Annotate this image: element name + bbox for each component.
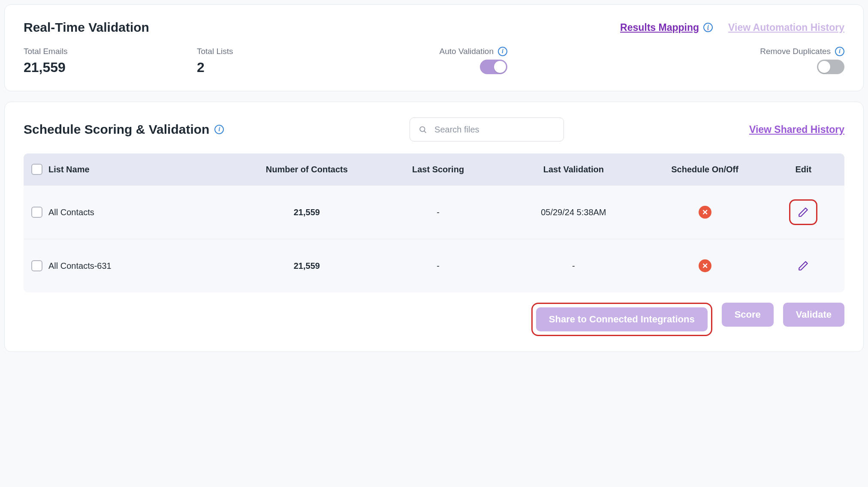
stats-row: Total Emails 21,559 Total Lists 2 Auto V… — [24, 47, 844, 75]
schedule-table: List Name Number of Contacts Last Scorin… — [24, 153, 844, 292]
row-contacts: 21,559 — [237, 239, 377, 293]
stat-remove-duplicates-label: Remove Duplicates i — [760, 47, 844, 56]
schedule-header: Schedule Scoring & Validation i View Sha… — [24, 117, 844, 141]
realtime-links: Results Mapping i View Automation Histor… — [620, 22, 844, 33]
share-button[interactable]: Share to Connected Integrations — [536, 307, 708, 331]
edit-button[interactable] — [789, 199, 817, 225]
col-edit: Edit — [763, 153, 844, 186]
stat-remove-duplicates: Remove Duplicates i — [518, 47, 844, 74]
row-checkbox[interactable] — [31, 260, 42, 271]
automation-history-link[interactable]: View Automation History — [728, 22, 844, 33]
stat-total-emails-value: 21,559 — [24, 60, 187, 75]
row-name: All Contacts — [48, 207, 94, 217]
edit-button[interactable] — [789, 253, 817, 279]
auto-validation-toggle[interactable] — [480, 60, 507, 74]
info-icon[interactable]: i — [835, 47, 844, 56]
col-num-contacts: Number of Contacts — [237, 153, 377, 186]
score-button[interactable]: Score — [722, 303, 774, 327]
search-input[interactable] — [434, 125, 555, 135]
col-list-name: List Name — [48, 165, 90, 174]
schedule-off-icon[interactable]: ✕ — [699, 206, 711, 219]
row-last-validation: 05/29/24 5:38AM — [500, 186, 648, 239]
row-contacts: 21,559 — [237, 186, 377, 239]
remove-duplicates-toggle[interactable] — [817, 60, 844, 74]
schedule-title: Schedule Scoring & Validation i — [24, 122, 224, 137]
share-button-highlight: Share to Connected Integrations — [531, 303, 712, 336]
results-mapping-link[interactable]: Results Mapping i — [620, 22, 713, 33]
info-icon[interactable]: i — [498, 47, 507, 56]
results-mapping-label: Results Mapping — [620, 22, 699, 33]
stat-auto-validation-label: Auto Validation i — [440, 47, 507, 56]
row-last-scoring: - — [377, 239, 500, 293]
view-shared-history-link[interactable]: View Shared History — [749, 124, 844, 135]
select-all-checkbox[interactable] — [31, 164, 42, 175]
row-last-scoring: - — [377, 186, 500, 239]
stat-total-lists-value: 2 — [197, 60, 343, 75]
stat-total-lists: Total Lists 2 — [197, 47, 343, 75]
validate-button[interactable]: Validate — [783, 303, 844, 327]
schedule-off-icon[interactable]: ✕ — [699, 259, 711, 272]
realtime-title: Real-Time Validation — [24, 20, 149, 35]
col-last-scoring: Last Scoring — [377, 153, 500, 186]
row-name: All Contacts-631 — [48, 261, 112, 271]
realtime-validation-card: Real-Time Validation Results Mapping i V… — [4, 4, 864, 91]
search-icon — [419, 125, 427, 134]
pencil-icon — [798, 260, 809, 271]
table-header-row: List Name Number of Contacts Last Scorin… — [24, 153, 844, 186]
svg-line-1 — [424, 131, 426, 133]
col-last-validation: Last Validation — [500, 153, 648, 186]
stat-auto-validation: Auto Validation i — [353, 47, 507, 74]
row-last-validation: - — [500, 239, 648, 293]
stat-total-lists-label: Total Lists — [197, 47, 343, 56]
schedule-card: Schedule Scoring & Validation i View Sha… — [4, 102, 864, 352]
table-row: All Contacts-631 21,559 - - ✕ — [24, 239, 844, 293]
pencil-icon — [798, 207, 809, 218]
stat-total-emails-label: Total Emails — [24, 47, 187, 56]
search-box[interactable] — [410, 117, 564, 141]
stat-total-emails: Total Emails 21,559 — [24, 47, 187, 75]
row-checkbox[interactable] — [31, 207, 42, 218]
realtime-header: Real-Time Validation Results Mapping i V… — [24, 20, 844, 35]
info-icon[interactable]: i — [703, 23, 713, 32]
info-icon[interactable]: i — [214, 125, 224, 134]
col-schedule-onoff: Schedule On/Off — [648, 153, 763, 186]
automation-history-label: View Automation History — [728, 22, 844, 33]
table-row: All Contacts 21,559 - 05/29/24 5:38AM ✕ — [24, 186, 844, 239]
actions-row: Share to Connected Integrations Score Va… — [24, 303, 844, 336]
